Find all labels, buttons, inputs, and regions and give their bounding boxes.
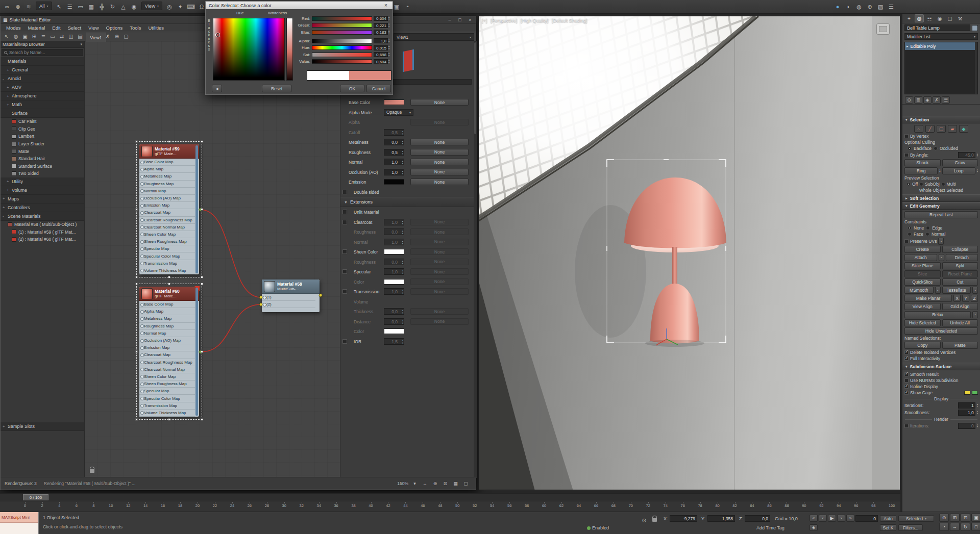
attach-button[interactable]: Attach (904, 254, 937, 261)
render-in-cloud-icon[interactable]: ● (832, 2, 843, 12)
thickness-spinner[interactable]: 0,0 (384, 308, 404, 315)
double-sided-checkbox[interactable] (342, 190, 347, 194)
cut-button[interactable]: Cut (942, 278, 978, 286)
polygon-mode-icon[interactable]: ▰ (948, 125, 957, 133)
menu-item[interactable]: Options (103, 25, 127, 31)
zoom-level[interactable]: 150% (397, 481, 408, 486)
by-angle-checkbox[interactable] (904, 153, 909, 157)
node-slot[interactable]: Clearcoat Normal Map (139, 366, 195, 373)
sheen-color-map-button[interactable]: None (410, 248, 469, 255)
shrink-button[interactable]: Shrink (904, 159, 941, 166)
select-and-move-icon[interactable]: ╬ (97, 2, 107, 12)
select-and-scale-icon[interactable]: △ (118, 2, 129, 12)
rectangular-selection-icon[interactable]: ▭ (76, 2, 86, 12)
field-of-view-icon[interactable]: ◔ (939, 523, 949, 531)
alpha-mode-dropdown[interactable]: Opaque (384, 109, 413, 116)
node-slot[interactable]: Emission Map (139, 202, 195, 209)
maximize-viewport-icon[interactable]: □ (971, 523, 980, 531)
spinner-arrows-icon[interactable]: ▴▾ (388, 45, 389, 50)
node-slot[interactable]: Sheen Roughness Map (139, 238, 195, 245)
browser-row-sample-slots[interactable]: +Sample Slots (1, 422, 84, 431)
use-nurms-checkbox[interactable] (904, 378, 909, 383)
cage-color-swatch[interactable] (964, 391, 970, 395)
constraint-none-radio[interactable] (908, 226, 912, 230)
roughness-map-button[interactable]: None (410, 149, 469, 156)
node-header[interactable]: Material #60glTF Mate... (139, 287, 199, 301)
slice-plane-button[interactable]: Slice Plane (904, 262, 941, 269)
alpha-map-button[interactable]: None (410, 119, 469, 125)
specular-checkbox[interactable] (342, 269, 347, 274)
browser-row[interactable]: +Utility (1, 177, 84, 186)
tab-create[interactable]: + (904, 14, 914, 22)
preserve-uvs-checkbox[interactable] (904, 239, 909, 243)
workspace-icon[interactable]: ☰ (886, 2, 896, 12)
object-name-field[interactable]: Bell Table Lamp (904, 24, 970, 31)
set-key-button[interactable]: Set K (880, 524, 896, 531)
object-color-swatch[interactable] (972, 25, 978, 31)
delete-isolated-vertices-checkbox[interactable] (904, 350, 909, 354)
occluded-radio[interactable] (934, 146, 938, 150)
select-and-manipulate-icon[interactable]: ✦ (175, 2, 185, 12)
spinner-arrows-icon[interactable]: ▴▾ (388, 53, 389, 57)
smooth-result-checkbox[interactable] (904, 372, 909, 376)
normal-spinner[interactable]: 1,0 (384, 159, 404, 165)
node-slot[interactable]: Clearcoat Roughness Map (139, 359, 195, 366)
unlink-selection-icon[interactable]: ⊗ (13, 2, 23, 12)
viewcube[interactable] (876, 23, 890, 35)
emission-color-swatch[interactable] (384, 179, 404, 185)
pan-icon[interactable]: ↔ (950, 523, 960, 531)
node-slot[interactable]: Normal Map (139, 188, 195, 195)
node-output-strip[interactable] (195, 145, 198, 273)
menu-item[interactable]: Select (64, 25, 85, 31)
loop-button[interactable]: Loop (942, 167, 975, 174)
tab-motion[interactable]: ◉ (935, 14, 944, 22)
node-slot[interactable]: Sheen Roughness Map (139, 380, 195, 388)
smoothness-spinner[interactable]: 1,0 (958, 410, 975, 416)
channel-value-field[interactable]: 0,698 (374, 52, 388, 57)
select-and-rotate-icon[interactable]: ↻ (108, 2, 118, 12)
rollout-edit-geometry[interactable]: ▾Edit Geometry (902, 202, 980, 210)
isolate-selection-icon[interactable]: ⊙ (639, 515, 649, 525)
substance-icon[interactable]: ◍ (854, 2, 864, 12)
x-coordinate-field[interactable]: -9,279 (670, 515, 697, 522)
me-preview-icon[interactable]: ◫ (67, 33, 75, 41)
key-filters-button[interactable]: Filters... (898, 524, 923, 531)
maxscript-mini-listener[interactable]: MAXScript Mini (0, 512, 39, 534)
node-slot[interactable]: Specular Color Map (139, 395, 195, 402)
thickness-map-button[interactable]: None (410, 308, 469, 315)
layout-icon[interactable]: ▢ (462, 480, 470, 488)
relax-settings-button[interactable]: ▪ (972, 311, 978, 318)
browser-row[interactable]: -Surface (1, 109, 84, 118)
wire-material60-to-multisub[interactable] (201, 304, 261, 352)
quickslice-button[interactable]: QuickSlice (904, 278, 941, 286)
ior-spinner[interactable]: 1,5 (384, 338, 404, 345)
menu-item[interactable]: Tools (126, 25, 144, 31)
tab-display[interactable]: ▢ (945, 14, 954, 22)
channel-gradient-bar[interactable] (312, 30, 372, 35)
search-input[interactable]: Search by Name... (2, 49, 83, 56)
node-slot[interactable]: Metalness Map (139, 173, 195, 180)
zoom-extents-icon[interactable]: ⊡ (961, 514, 970, 522)
node-slot[interactable]: Roughness Map (139, 181, 195, 188)
constraint-edge-radio[interactable] (926, 226, 930, 230)
channel-value-field[interactable]: 0,604 (374, 59, 388, 64)
reference-coordinate-dropdown[interactable]: View (141, 2, 162, 10)
node-slot[interactable]: (2) (262, 301, 315, 308)
node-slot[interactable]: Base Color Map (139, 159, 195, 166)
relax-button[interactable]: Relax (904, 311, 971, 318)
full-interactivity-checkbox[interactable] (904, 357, 909, 361)
detach-button[interactable]: Detach (946, 254, 978, 261)
y-coordinate-field[interactable]: 1,358 (707, 515, 735, 522)
node-slot[interactable]: Specular Map (139, 388, 195, 395)
output-socket-material60[interactable] (199, 350, 202, 353)
sheen-roughness-spinner[interactable]: 0,0 (384, 259, 404, 265)
me-layout-all-icon[interactable]: ⊞ (30, 33, 38, 41)
browser-row[interactable]: +AOV (1, 83, 84, 92)
render-iterations-checkbox[interactable] (904, 424, 909, 428)
channel-gradient-bar[interactable] (312, 45, 372, 50)
node-slot[interactable]: Emission Map (139, 344, 195, 351)
configure-modifier-sets-icon[interactable]: ☰ (942, 96, 950, 104)
play-icon[interactable]: ▶ (828, 515, 836, 522)
browser-row[interactable]: -Arnold (1, 74, 84, 83)
metalness-spinner[interactable]: 0,0 (384, 139, 404, 145)
